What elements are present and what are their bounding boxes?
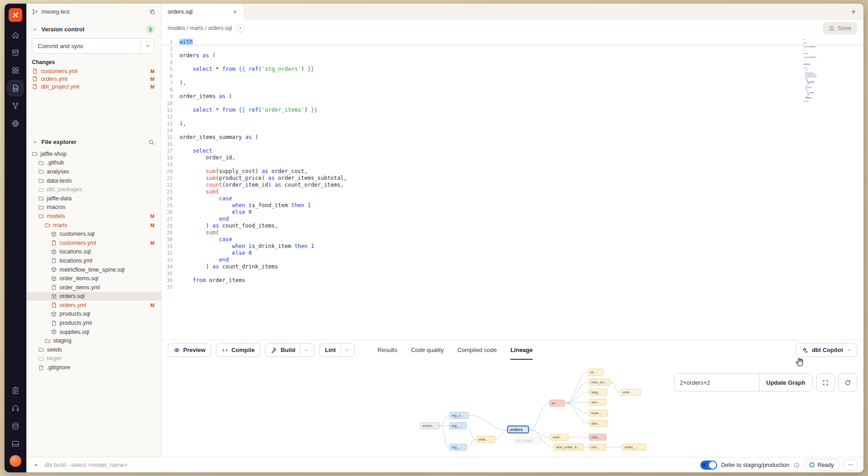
codefile-icon[interactable] (8, 80, 23, 96)
tree-item-dbt_packages[interactable]: dbt_packages (26, 185, 161, 194)
lineage-selector-input[interactable] (674, 374, 759, 391)
commit-and-sync-button[interactable]: Commit and sync (32, 38, 155, 54)
code-line[interactable]: 27 end (161, 216, 863, 223)
grid-icon[interactable] (8, 63, 23, 78)
code-editor[interactable]: 1with23orders as (45 select * from {{ re… (161, 36, 863, 340)
code-line[interactable]: 23 sum( (161, 188, 863, 195)
build-options-chevron[interactable] (300, 344, 309, 357)
close-tab-icon[interactable]: × (231, 8, 239, 16)
code-line[interactable]: 19 (161, 161, 863, 168)
tab-lineage[interactable]: Lineage (510, 340, 533, 360)
build-button[interactable]: Build (265, 343, 314, 357)
more-options-button[interactable] (843, 459, 857, 471)
lineage-node[interactable]: ecom... (420, 422, 439, 429)
code-line[interactable]: 33 end (161, 257, 863, 263)
file-explorer-header[interactable]: File explorer (26, 133, 161, 149)
tree-item-orders.sql[interactable]: orders.sql (26, 292, 161, 301)
tree-item-jaffle-data[interactable]: jaffle-data (26, 194, 161, 203)
tree-item-metricflow_time_spine.sql[interactable]: metricflow_time_spine.sql (26, 265, 161, 274)
code-line[interactable]: 35 (161, 270, 863, 277)
code-line[interactable]: 37 (161, 284, 863, 291)
code-line[interactable]: 3orders as ( (161, 52, 863, 59)
changed-file-row[interactable]: dbt_project.ymlM (26, 83, 161, 90)
code-line[interactable]: 34 ) as count_drink_items (161, 263, 863, 270)
code-line[interactable]: 29 sum( (161, 229, 863, 236)
code-line[interactable]: 36 from order_items (161, 277, 863, 284)
search-icon[interactable] (148, 139, 155, 145)
tree-item-seeds[interactable]: seeds (26, 345, 161, 354)
preview-button[interactable]: Preview (168, 343, 211, 357)
new-tab-button[interactable]: + (849, 4, 858, 20)
lineage-node[interactable]: or... (588, 369, 604, 376)
tree-item-orders.yml[interactable]: orders.ymlM (26, 301, 161, 310)
tree-item-products.yml[interactable]: products.yml (26, 318, 161, 327)
code-line[interactable]: 20 sum(supply_cost) as order_cost, (161, 168, 863, 175)
copy-icon[interactable] (149, 9, 155, 15)
tree-item-customers.yml[interactable]: customers.ymlM (26, 238, 161, 248)
branch-name[interactable]: mwong-test (41, 9, 70, 15)
version-control-header[interactable]: Version control 3 (26, 20, 161, 37)
code-line[interactable]: 24 case (161, 195, 863, 202)
tree-item-order_items.sql[interactable]: order_items.sql (26, 274, 161, 283)
code-line[interactable]: 18 order_id, (161, 154, 863, 161)
lineage-node[interactable]: stg_o... (449, 412, 469, 419)
lineage-node[interactable]: order_... (622, 444, 647, 451)
code-line[interactable]: 11 select * from {{ ref('order_items') }… (161, 107, 863, 114)
tree-item-marts[interactable]: martsM (26, 221, 161, 230)
open-external-icon[interactable] (236, 24, 244, 33)
lineage-node[interactable]: larg... (589, 389, 607, 396)
code-line[interactable]: 6 (161, 73, 863, 79)
lineage-node[interactable]: ord... (589, 399, 606, 406)
tab-results[interactable]: Results (378, 340, 397, 360)
code-line[interactable]: 26 else 0 (161, 209, 863, 216)
code-line[interactable]: 2 (161, 45, 863, 52)
lineage-node[interactable]: orde... (620, 389, 641, 396)
user-avatar[interactable] (10, 455, 21, 467)
lineage-node[interactable]: stg_... (449, 422, 467, 429)
tree-item-customers.sql[interactable]: customers.sql (26, 229, 161, 238)
code-line[interactable]: 5 select * from {{ ref('stg_orders') }} (161, 66, 863, 73)
code-line[interactable]: 22 count(order_item_id) as count_order_i… (161, 182, 863, 188)
tree-item-order_items.yml[interactable]: order_items.yml (26, 283, 161, 292)
lineage-node[interactable]: drin... (589, 420, 608, 427)
command-input[interactable] (45, 462, 695, 468)
lint-options-chevron[interactable] (340, 344, 349, 357)
expand-command-bar-icon[interactable] (33, 462, 39, 468)
tree-item-locations.sql[interactable]: locations.sql (26, 248, 161, 257)
lineage-node[interactable]: food... (589, 410, 608, 416)
lineage-node[interactable]: orde... (476, 436, 495, 443)
tree-item-macros[interactable]: macros (26, 203, 161, 212)
home-icon[interactable] (8, 27, 23, 43)
lineage-node[interactable]: or... (549, 400, 565, 407)
code-line[interactable]: 32 else 0 (161, 250, 863, 257)
status-badge[interactable]: Ready (804, 459, 839, 471)
code-line[interactable]: 12 (161, 114, 863, 120)
tree-item-staging[interactable]: staging (26, 336, 161, 345)
tab-code-quality[interactable]: Code quality (411, 340, 444, 360)
compile-button[interactable]: Compile (216, 343, 260, 357)
lineage-node[interactable]: orders (508, 426, 529, 433)
code-line[interactable]: 21 sum(product_price) as order_items_sub… (161, 175, 863, 182)
code-line[interactable]: 15order_items_summary as ( (161, 134, 863, 141)
commit-options-chevron[interactable] (140, 39, 154, 53)
code-line[interactable]: 13), (161, 120, 863, 127)
lineage-panel[interactable]: ecom...stg_o...stg_...stg_...orde...test… (161, 360, 863, 457)
code-line[interactable]: 1with (161, 39, 863, 45)
tree-item-.gitignore[interactable]: .gitignore (26, 363, 161, 372)
tree-item-supplies.sql[interactable]: supplies.sql (26, 327, 161, 337)
code-line[interactable]: 28 ) as count_food_items, (161, 223, 863, 229)
code-line[interactable]: 31 when is_drink_item then 1 (161, 243, 863, 250)
lineage-node[interactable]: cust... (550, 434, 569, 441)
tree-item-locations.yml[interactable]: locations.yml (26, 256, 161, 265)
tab-compiled-code[interactable]: Compiled code (457, 340, 497, 360)
tab-orders-sql[interactable]: orders.sql × (161, 4, 244, 20)
lineage-node[interactable]: stg_... (449, 444, 467, 451)
code-line[interactable]: 10 (161, 100, 863, 107)
code-line[interactable]: 17 select (161, 148, 863, 154)
refresh-graph-button[interactable] (838, 373, 857, 392)
update-graph-button[interactable]: Update Graph (759, 374, 812, 391)
fork-icon[interactable] (8, 98, 23, 114)
lineage-node[interactable]: test_suppl... (514, 437, 542, 444)
stack-icon[interactable] (8, 418, 23, 434)
tree-item-products.sql[interactable]: products.sql (26, 310, 161, 319)
